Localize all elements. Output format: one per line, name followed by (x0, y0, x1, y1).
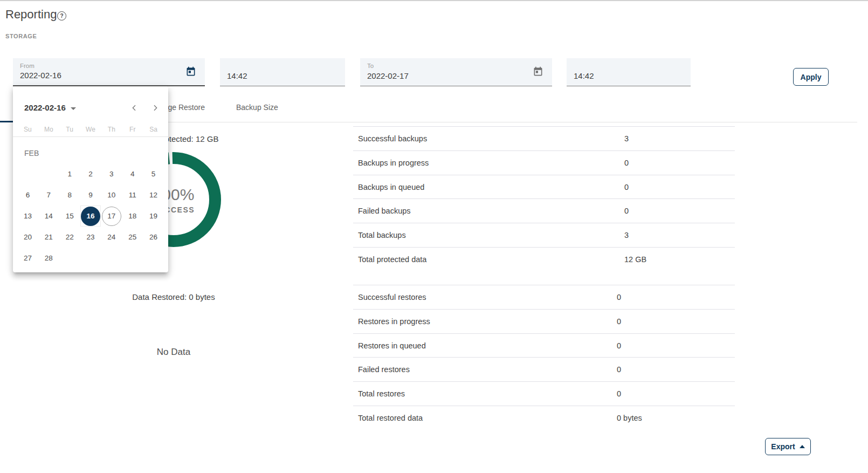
calendar-day-13[interactable]: 13 (18, 207, 37, 226)
calendar-day-21[interactable]: 21 (39, 228, 58, 247)
weekday-label: Th (101, 123, 122, 136)
calendar-day-17[interactable]: 17 (102, 207, 121, 226)
row-label: Restores in queued (358, 334, 426, 358)
weekday-label: We (80, 123, 101, 136)
calendar-cell: 2 (80, 163, 101, 184)
row-value: 0 (617, 382, 621, 406)
to-time-value: 14:42 (574, 71, 594, 80)
calendar-day-20[interactable]: 20 (18, 228, 37, 247)
calendar-day-24[interactable]: 24 (102, 228, 121, 247)
row-value: 0 (624, 175, 629, 200)
calendar-day-6[interactable]: 6 (18, 186, 37, 205)
calendar-cell: 13 (17, 205, 38, 227)
chevron-up-icon (800, 445, 805, 448)
calendar-day-10[interactable]: 10 (102, 186, 121, 205)
calendar-cell: 28 (38, 248, 59, 269)
calendar-day-9[interactable]: 9 (81, 186, 100, 205)
table-row: Successful restores0 (353, 285, 735, 309)
table-row: Successful backups3 (353, 126, 735, 150)
weekday-label: Fr (122, 123, 143, 136)
calendar-day-22[interactable]: 22 (60, 228, 79, 247)
calendar-cell: 18 (122, 205, 143, 227)
calendar-day-28[interactable]: 28 (39, 249, 58, 268)
table-row: Restores in progress0 (353, 309, 735, 333)
apply-button[interactable]: Apply (793, 68, 829, 86)
month-label: FEB (24, 149, 39, 157)
datepicker-popup: 2022-02-16 SuMoTuWeThFrSa FEB 1234567891… (13, 86, 168, 272)
export-button[interactable]: Export (765, 438, 811, 455)
calendar-empty-cell (38, 163, 59, 184)
calendar-cell: 27 (17, 248, 38, 269)
calendar-day-15[interactable]: 15 (60, 207, 79, 226)
table-row: Failed restores0 (353, 357, 735, 381)
help-icon[interactable]: ? (57, 11, 66, 20)
calendar-day-19[interactable]: 19 (144, 207, 163, 226)
datepicker-period-button[interactable]: 2022-02-16 (24, 99, 76, 116)
calendar-day-2[interactable]: 2 (81, 164, 100, 184)
row-label: Successful restores (358, 285, 426, 310)
calendar-cell: 10 (101, 184, 122, 205)
row-label: Backups in progress (358, 151, 429, 175)
row-value: 0 (617, 310, 621, 334)
row-value: 12 GB (624, 248, 646, 272)
row-label: Failed restores (358, 358, 410, 382)
calendar-day-26[interactable]: 26 (144, 228, 163, 247)
chevron-right-icon (151, 104, 160, 112)
calendar-day-1[interactable]: 1 (60, 164, 79, 184)
calendar-day-27[interactable]: 27 (18, 249, 37, 268)
previous-month-button[interactable] (123, 97, 145, 119)
row-label: Total backups (358, 223, 406, 248)
calendar-cell: 6 (17, 184, 38, 205)
table-row: Total restores0 (353, 381, 735, 406)
calendar-cell: 24 (101, 227, 122, 248)
export-button-label: Export (771, 442, 795, 451)
apply-button-label: Apply (801, 73, 822, 81)
calendar-day-23[interactable]: 23 (81, 228, 100, 247)
calendar-cell: 4 (122, 163, 143, 184)
calendar-day-8[interactable]: 8 (60, 186, 79, 205)
calendar-cell: 14 (38, 205, 59, 227)
row-label: Restores in progress (358, 310, 430, 334)
calendar-day-16[interactable]: 16 (81, 207, 100, 226)
tab-backup-size[interactable]: Backup Size (236, 103, 278, 112)
table-row: Failed backups0 (353, 198, 735, 223)
data-restored-title: Data Restored: 0 bytes (93, 292, 254, 301)
weekday-label: Mo (38, 123, 59, 136)
reporting-page: Reporting ? STORAGE From 2022-02-16 14:4… (0, 0, 868, 473)
calendar-cell: 21 (38, 227, 59, 248)
window-top-border (0, 0, 868, 1)
calendar-day-3[interactable]: 3 (102, 164, 121, 184)
row-label: Failed backups (358, 199, 411, 223)
from-date-input[interactable]: From 2022-02-16 (13, 58, 205, 86)
calendar-day-4[interactable]: 4 (123, 164, 142, 184)
row-value: 0 (624, 199, 629, 223)
calendar-day-7[interactable]: 7 (39, 186, 58, 205)
calendar-cell: 3 (101, 163, 122, 184)
calendar-cell: 23 (80, 227, 101, 248)
calendar-icon[interactable] (533, 66, 543, 77)
datepicker-divider (13, 136, 168, 137)
datepicker-header-label: 2022-02-16 (24, 99, 66, 116)
calendar-day-11[interactable]: 11 (123, 186, 142, 205)
chevron-down-icon (71, 107, 76, 110)
calendar-day-14[interactable]: 14 (39, 207, 58, 226)
from-label: From (20, 63, 35, 69)
calendar-day-12[interactable]: 12 (144, 186, 163, 205)
from-time-input[interactable]: 14:42 (220, 58, 345, 86)
restores-stats-table: Successful restores0Restores in progress… (353, 285, 735, 430)
table-row: Backups in progress0 (353, 150, 735, 175)
to-date-input[interactable]: To 2022-02-17 (360, 58, 552, 86)
next-month-button[interactable] (144, 97, 166, 119)
row-value: 0 bytes (617, 406, 642, 430)
calendar-day-25[interactable]: 25 (123, 228, 142, 247)
calendar-cell: 17 (101, 205, 122, 227)
row-value: 0 (617, 358, 621, 382)
calendar-cell: 20 (17, 227, 38, 248)
to-time-input[interactable]: 14:42 (567, 58, 691, 86)
table-row: Total backups3 (353, 223, 735, 247)
table-row: Total protected data12 GB (353, 247, 735, 271)
calendar-day-5[interactable]: 5 (144, 164, 163, 184)
calendar-day-18[interactable]: 18 (123, 207, 142, 226)
row-label: Total restores (358, 382, 405, 406)
calendar-icon[interactable] (185, 66, 196, 77)
